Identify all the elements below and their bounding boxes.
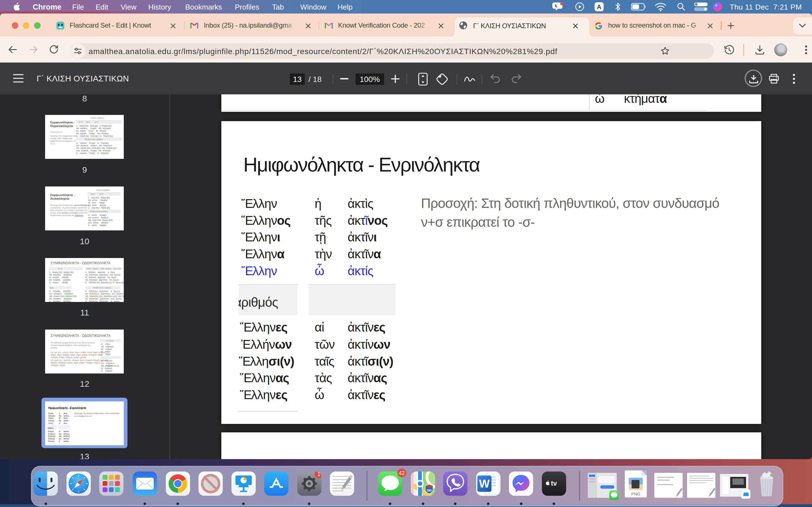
- svg-text:A: A: [597, 3, 601, 10]
- svg-text:tv: tv: [551, 480, 557, 487]
- svg-text:280: 280: [426, 489, 432, 492]
